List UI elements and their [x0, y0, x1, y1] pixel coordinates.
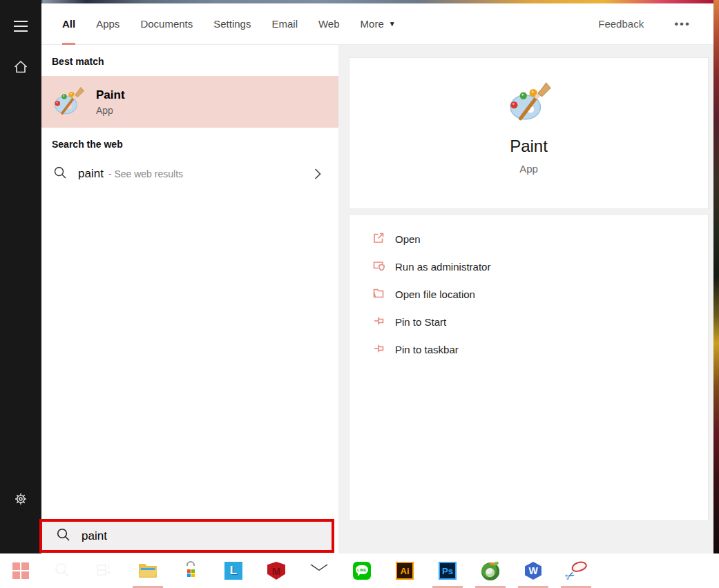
- pin-icon: [372, 342, 385, 357]
- microsoft-store-icon: [182, 561, 200, 580]
- shield-icon: [372, 259, 385, 275]
- windows-search-screen: All Apps Documents Settings Email Web Mo…: [0, 0, 719, 588]
- mail-button[interactable]: [303, 553, 336, 588]
- web-query-text: paint: [78, 167, 104, 181]
- preview-pane: Paint App Open: [338, 45, 713, 553]
- photoshop-button[interactable]: Ps: [431, 553, 464, 588]
- pin-icon: [372, 314, 385, 330]
- folder-icon: [372, 286, 385, 302]
- action-open-file-location[interactable]: Open file location: [349, 280, 708, 308]
- search-input[interactable]: [82, 529, 332, 543]
- taskbar-search-box[interactable]: [42, 522, 332, 550]
- snipping-app-button[interactable]: ✂: [559, 553, 593, 588]
- task-view-button[interactable]: [86, 553, 119, 588]
- tab-apps[interactable]: Apps: [96, 3, 119, 45]
- tab-email[interactable]: Email: [271, 3, 298, 45]
- taskbar: L M LINE Ai Ps W: [0, 553, 719, 588]
- photoshop-icon: Ps: [439, 562, 457, 580]
- best-match-header: Best match: [52, 56, 338, 67]
- tab-all[interactable]: All: [62, 3, 75, 45]
- scissors-snip-icon: ✂: [565, 561, 587, 580]
- paint-app-icon-large: [506, 79, 552, 127]
- file-explorer-button[interactable]: [131, 553, 164, 588]
- gear-icon: [13, 491, 28, 509]
- mail-envelope-icon: [310, 565, 329, 578]
- search-icon: [53, 166, 67, 182]
- home-icon: [12, 59, 29, 77]
- mcafee-shield-icon: M: [267, 562, 285, 580]
- open-icon: [372, 231, 385, 247]
- settings-button[interactable]: [0, 483, 41, 516]
- hamburger-menu-button[interactable]: [0, 10, 41, 43]
- desktop-wallpaper-right-strip: [713, 0, 719, 553]
- action-label: Open: [395, 233, 421, 245]
- illustrator-icon: Ai: [396, 562, 414, 580]
- tab-settings[interactable]: Settings: [213, 3, 251, 45]
- search-left-rail: [0, 0, 41, 553]
- search-icon: [56, 527, 70, 545]
- preview-app-name: Paint: [510, 137, 548, 156]
- wps-office-icon: W: [524, 562, 542, 580]
- mcafee-button[interactable]: M: [260, 553, 293, 588]
- action-label: Run as administrator: [395, 261, 490, 273]
- action-pin-to-start[interactable]: Pin to Start: [349, 308, 708, 335]
- app-preview-card: Paint App: [349, 57, 709, 209]
- action-label: Pin to Start: [395, 316, 446, 328]
- line-button[interactable]: LINE: [345, 553, 378, 588]
- annotation-highlight-box: [39, 519, 334, 553]
- app-actions-card: Open Run as administrator: [349, 214, 709, 521]
- l-app-icon: L: [224, 562, 242, 580]
- search-results-column: Best match Paint Ap: [41, 45, 338, 553]
- coccoc-browser-button[interactable]: [474, 553, 507, 588]
- coccoc-browser-icon: [481, 562, 500, 580]
- tab-more[interactable]: More▼: [361, 3, 396, 45]
- action-pin-to-taskbar[interactable]: Pin to taskbar: [349, 335, 708, 363]
- l-app-button[interactable]: L: [217, 553, 250, 588]
- action-label: Pin to taskbar: [395, 344, 459, 355]
- feedback-link[interactable]: Feedback: [598, 18, 644, 30]
- search-icon: [54, 562, 70, 580]
- windows-logo-icon: [12, 562, 29, 579]
- search-flyout-panel: All Apps Documents Settings Email Web Mo…: [41, 3, 713, 553]
- preview-app-type: App: [519, 163, 538, 175]
- best-match-app-name: Paint: [96, 88, 125, 102]
- web-query-suffix: - See web results: [108, 168, 183, 179]
- action-run-as-administrator[interactable]: Run as administrator: [349, 253, 708, 280]
- chevron-right-icon: [314, 167, 322, 181]
- taskbar-search-button[interactable]: [46, 553, 79, 588]
- wps-office-button[interactable]: W: [517, 553, 550, 588]
- microsoft-store-button[interactable]: [174, 553, 207, 588]
- web-search-result[interactable]: paint - See web results: [41, 159, 338, 189]
- more-options-button[interactable]: •••: [674, 17, 691, 31]
- action-label: Open file location: [395, 288, 475, 300]
- start-button[interactable]: [4, 553, 37, 588]
- tab-web[interactable]: Web: [318, 3, 340, 45]
- line-app-icon: LINE: [353, 562, 371, 580]
- best-match-app-type: App: [96, 105, 125, 116]
- chevron-down-icon: ▼: [389, 20, 396, 28]
- search-the-web-header: Search the web: [52, 139, 338, 150]
- file-explorer-icon: [138, 562, 157, 580]
- home-button[interactable]: [0, 51, 41, 84]
- task-view-icon: [95, 562, 111, 580]
- paint-app-icon: [52, 84, 85, 120]
- search-filter-tabs: All Apps Documents Settings Email Web Mo…: [41, 3, 713, 45]
- tab-documents[interactable]: Documents: [140, 3, 193, 45]
- illustrator-button[interactable]: Ai: [388, 553, 421, 588]
- action-open[interactable]: Open: [349, 225, 708, 253]
- best-match-result-paint[interactable]: Paint App: [41, 76, 338, 128]
